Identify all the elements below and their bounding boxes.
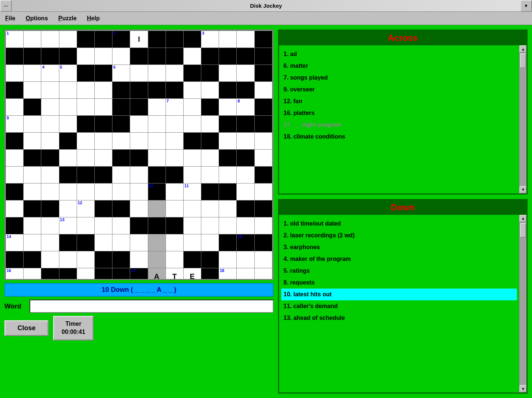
cell-13-14[interactable] [254,251,272,268]
down-clue-0[interactable]: 1. old time/out dated [284,218,515,230]
cell-0-9[interactable] [166,31,183,48]
cell-4-5[interactable] [94,99,112,116]
cell-6-3[interactable] [59,133,77,150]
cell-4-1[interactable] [24,99,41,116]
cell-12-1[interactable] [24,234,41,251]
cell-5-6[interactable] [112,116,130,133]
down-scrollbar[interactable]: ▲ ▼ [519,215,526,392]
cell-12-2[interactable] [41,234,59,251]
across-clue-6[interactable]: 17. __ night program [284,119,515,131]
cell-6-12[interactable] [219,133,237,150]
cell-3-9[interactable] [166,82,183,99]
cell-12-5[interactable] [94,234,112,251]
cell-9-4[interactable] [77,184,94,200]
cell-11-14[interactable] [254,217,272,234]
cell-5-13[interactable] [237,116,254,133]
cell-13-11[interactable] [201,251,219,268]
cell-12-14[interactable] [254,234,272,251]
cell-2-8[interactable] [148,65,166,82]
cell-0-0[interactable]: 1 [6,31,24,48]
cell-1-14[interactable] [254,48,272,65]
cell-0-8[interactable] [148,31,166,48]
cell-1-13[interactable] [237,48,254,65]
cell-2-3[interactable]: 5 [59,65,77,82]
cell-7-12[interactable] [219,150,237,167]
cell-14-13[interactable] [237,268,254,280]
cell-9-13[interactable] [237,184,254,200]
cell-13-12[interactable] [219,251,237,268]
cell-10-8[interactable] [148,200,166,217]
cell-4-9[interactable]: 7 [166,99,183,116]
cell-1-3[interactable] [59,48,77,65]
cell-7-3[interactable] [59,150,77,167]
cell-10-0[interactable] [6,200,24,217]
cell-13-2[interactable] [41,251,59,268]
menu-puzzle[interactable]: Puzzle [56,14,79,22]
cell-0-7[interactable]: I [130,31,148,48]
cell-1-5[interactable] [94,48,112,65]
cell-14-10[interactable]: E [183,268,201,280]
cell-11-10[interactable] [183,217,201,234]
word-input[interactable] [29,300,274,313]
cell-14-4[interactable] [77,268,94,280]
system-menu-button[interactable]: — [0,0,12,12]
cell-12-8[interactable] [148,234,166,251]
cell-8-3[interactable] [59,167,77,184]
cell-14-11[interactable] [201,268,219,280]
cell-10-6[interactable] [112,200,130,217]
cell-12-13[interactable]: 15 [237,234,254,251]
cell-3-1[interactable] [24,82,41,99]
cell-5-11[interactable] [201,116,219,133]
cell-8-14[interactable] [254,167,272,184]
cell-13-9[interactable] [166,251,183,268]
cell-8-6[interactable] [112,167,130,184]
cell-3-2[interactable] [41,82,59,99]
cell-2-4[interactable] [77,65,94,82]
cell-14-12[interactable]: 18 [219,268,237,280]
cell-3-13[interactable] [237,82,254,99]
across-scroll-thumb[interactable] [520,53,526,68]
cell-4-4[interactable] [77,99,94,116]
across-scrollbar[interactable]: ▲ ▼ [519,45,526,193]
cell-5-14[interactable] [254,116,272,133]
maximize-button[interactable]: ▼ [520,0,532,12]
cell-6-13[interactable] [237,133,254,150]
cell-2-7[interactable] [130,65,148,82]
menu-help[interactable]: Help [85,14,102,22]
cell-11-4[interactable] [77,217,94,234]
cell-12-12[interactable] [219,234,237,251]
cell-13-6[interactable] [112,251,130,268]
cell-2-2[interactable]: 4 [41,65,59,82]
cell-7-13[interactable] [237,150,254,167]
cell-8-10[interactable] [183,167,201,184]
cell-0-10[interactable] [183,31,201,48]
cell-5-12[interactable] [219,116,237,133]
cell-11-8[interactable] [148,217,166,234]
cell-6-5[interactable] [94,133,112,150]
cell-12-10[interactable] [183,234,201,251]
cell-8-12[interactable] [219,167,237,184]
cell-14-5[interactable] [94,268,112,280]
cell-14-7[interactable]: 17L [130,268,148,280]
across-clue-4[interactable]: 12. fan [284,95,515,107]
cell-6-14[interactable] [254,133,272,150]
menu-file[interactable]: File [3,14,18,22]
cell-7-10[interactable] [183,150,201,167]
cell-8-1[interactable] [24,167,41,184]
down-clue-2[interactable]: 3. earphones [284,241,515,253]
cell-1-2[interactable] [41,48,59,65]
cell-0-13[interactable] [237,31,254,48]
cell-13-8[interactable] [148,251,166,268]
cell-5-1[interactable] [24,116,41,133]
cell-7-1[interactable] [24,150,41,167]
cell-9-10[interactable]: 11 [183,184,201,200]
cell-2-12[interactable] [219,65,237,82]
cell-3-4[interactable] [77,82,94,99]
across-clue-2[interactable]: 7. songs played [284,72,515,84]
cell-2-9[interactable] [166,65,183,82]
cell-1-1[interactable] [24,48,41,65]
cell-4-7[interactable] [130,99,148,116]
cell-6-9[interactable] [166,133,183,150]
cell-2-13[interactable] [237,65,254,82]
cell-0-14[interactable] [254,31,272,48]
